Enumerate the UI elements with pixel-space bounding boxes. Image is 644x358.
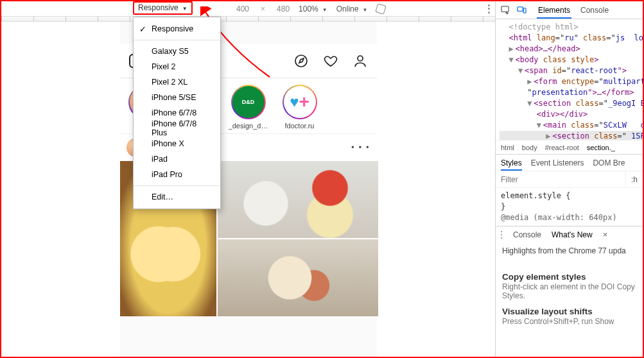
subtab-styles[interactable]: Styles bbox=[501, 158, 522, 171]
device-toggle-icon[interactable] bbox=[517, 6, 527, 14]
more-options-icon[interactable] bbox=[488, 4, 490, 13]
zoom-dropdown[interactable]: 100% bbox=[299, 4, 327, 13]
story-item[interactable]: ♥+fdoctor.ru bbox=[278, 85, 322, 130]
device-select-dropdown[interactable]: Responsive bbox=[133, 1, 193, 15]
device-menu-item[interactable]: iPhone 6/7/8 Plus bbox=[134, 121, 220, 136]
dimension-x: × bbox=[261, 4, 265, 13]
styles-filter-input[interactable] bbox=[496, 175, 625, 184]
tab-elements[interactable]: Elements bbox=[537, 2, 571, 19]
svg-point-0 bbox=[295, 55, 307, 67]
post-image-tile bbox=[218, 239, 378, 316]
whatsnew-text: Press Control+Shift+P, run Show bbox=[502, 317, 636, 326]
whatsnew-highlights: Highlights from the Chrome 77 upda bbox=[502, 246, 636, 266]
svg-rect-3 bbox=[518, 7, 523, 12]
post-image-tile bbox=[218, 161, 378, 238]
inspect-icon[interactable] bbox=[501, 6, 510, 14]
subtab-event-listeners[interactable]: Event Listeners bbox=[531, 158, 584, 171]
device-menu-item[interactable]: iPad Pro bbox=[134, 167, 220, 182]
post-more-icon[interactable] bbox=[351, 143, 370, 152]
rotate-icon[interactable] bbox=[376, 4, 385, 13]
crumb[interactable]: section._ bbox=[587, 144, 615, 151]
device-toolbar: 400 × 480 100% Online bbox=[1, 1, 495, 17]
devtools-toolbar: Elements Console bbox=[496, 1, 643, 19]
whatsnew-heading: Copy element styles bbox=[502, 272, 636, 282]
drawer-kebab-icon[interactable] bbox=[501, 231, 503, 239]
device-menu-item[interactable]: Galaxy S5 bbox=[134, 44, 220, 59]
svg-point-1 bbox=[358, 56, 363, 61]
breadcrumb[interactable]: html body #react-root section._ bbox=[496, 140, 643, 154]
device-menu-item[interactable]: iPad bbox=[134, 151, 220, 167]
device-menu-item[interactable]: iPhone X bbox=[134, 136, 220, 151]
heart-icon[interactable] bbox=[323, 53, 338, 69]
throttle-dropdown[interactable]: Online bbox=[336, 4, 368, 13]
svg-rect-4 bbox=[523, 8, 526, 13]
viewport-height[interactable]: 480 bbox=[277, 4, 290, 13]
explore-icon[interactable] bbox=[293, 53, 309, 69]
close-icon[interactable]: × bbox=[603, 230, 608, 239]
device-menu-edit[interactable]: Edit… bbox=[134, 189, 220, 205]
device-menu-item[interactable]: Pixel 2 bbox=[134, 59, 220, 74]
device-select-label: Responsive bbox=[138, 3, 178, 12]
crumb[interactable]: html bbox=[501, 144, 514, 151]
device-menu-item[interactable]: iPhone 5/SE bbox=[134, 90, 220, 105]
width-ruler[interactable] bbox=[1, 17, 495, 22]
toggle-hov-button[interactable]: :h bbox=[625, 171, 643, 187]
svg-rect-2 bbox=[501, 6, 509, 12]
styles-tabs: Styles Event Listeners DOM Bre bbox=[496, 154, 643, 171]
crumb[interactable]: #react-root bbox=[545, 144, 579, 151]
device-menu: Responsive Galaxy S5 Pixel 2 Pixel 2 XL … bbox=[133, 17, 221, 209]
viewport-width[interactable]: 400 bbox=[236, 4, 249, 13]
subtab-dom-breakpoints[interactable]: DOM Bre bbox=[593, 158, 625, 171]
whats-new-panel: Highlights from the Chrome 77 upda Copy … bbox=[496, 243, 643, 330]
device-menu-item[interactable]: iPhone 6/7/8 bbox=[134, 105, 220, 121]
device-mode-pane: 400 × 480 100% Online Responsive Respons… bbox=[1, 1, 495, 357]
whatsnew-text: Right-click an element in the DOI Copy S… bbox=[502, 282, 636, 300]
dom-tree[interactable]: <!doctype html> <html lang="ru" class="j… bbox=[496, 19, 643, 140]
device-menu-item[interactable]: Responsive bbox=[134, 21, 220, 37]
tab-console[interactable]: Console bbox=[579, 2, 610, 19]
drawer-tab-whatsnew[interactable]: What's New bbox=[552, 230, 593, 239]
drawer-tab-console[interactable]: Console bbox=[513, 230, 541, 239]
whatsnew-heading: Visualize layout shifts bbox=[502, 307, 636, 316]
profile-icon[interactable] bbox=[352, 53, 368, 69]
story-item[interactable]: D&D_design_d… bbox=[227, 85, 270, 130]
drawer-tabs: Console What's New × bbox=[496, 226, 643, 243]
crumb[interactable]: body bbox=[522, 144, 537, 151]
styles-rules[interactable]: element.style { } @media (max-width: 640… bbox=[496, 187, 643, 226]
device-menu-item[interactable]: Pixel 2 XL bbox=[134, 74, 220, 90]
devtools-panel: Elements Console <!doctype html> <html l… bbox=[495, 1, 643, 357]
